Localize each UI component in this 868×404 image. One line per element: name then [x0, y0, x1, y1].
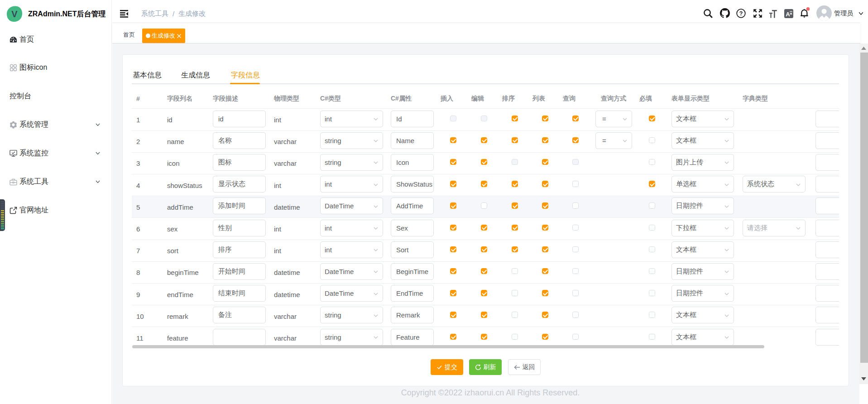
svg-text:?: ?	[739, 10, 743, 17]
svg-text:A: A	[786, 11, 790, 18]
svg-text:V: V	[11, 9, 18, 19]
